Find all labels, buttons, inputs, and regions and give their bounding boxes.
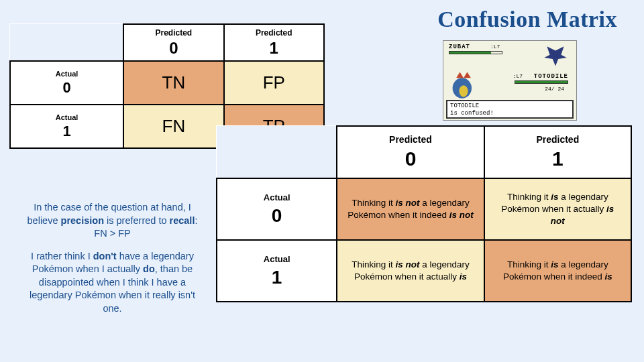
page-title: Confusion Matrix	[437, 7, 617, 32]
cell-fn-desc: Thinking it is not a legendary Pokémon w…	[337, 240, 484, 302]
cell-tn-desc: Thinking it is not a legendary Pokémon w…	[337, 178, 484, 240]
totodile-icon	[449, 68, 478, 100]
pokemon-battle-illustration: ZUBAT :L7 :L7 TOTODILE 24/ 24 TOTODILE i…	[443, 40, 577, 121]
explain-para-1: In the case of the question at hand, I b…	[20, 201, 205, 241]
own-hp-bar	[515, 80, 568, 84]
cell-tp-desc: Thinking it is a legendary Pokémon when …	[484, 240, 631, 302]
battle-msg-line2: is confused!	[450, 110, 494, 117]
zubat-icon	[541, 44, 570, 72]
blank-cell	[10, 24, 123, 61]
explain-para-2: I rather think I don't have a legendary …	[20, 250, 205, 316]
confusion-matrix-described: Predicted 0 Predicted 1 Actual 0 Thinkin…	[216, 125, 632, 302]
own-name: TOTODILE	[534, 73, 568, 80]
header-predicted-1: Predicted 1	[224, 24, 324, 61]
battle-message: TOTODILE is confused!	[446, 100, 574, 119]
enemy-hp-bar	[449, 51, 502, 54]
enemy-level: :L7	[490, 44, 500, 50]
explanation-text: In the case of the question at hand, I b…	[20, 201, 205, 325]
enemy-name: ZUBAT	[449, 44, 470, 50]
header-predicted-1-big: Predicted 1	[484, 126, 631, 178]
header-predicted-0-big: Predicted 0	[337, 126, 484, 178]
cell-fn: FN	[123, 105, 223, 148]
header-actual-0-big: Actual 0	[217, 178, 337, 240]
header-predicted-0: Predicted 0	[123, 24, 223, 61]
header-actual-1: Actual 1	[10, 105, 123, 148]
cell-fp: FP	[224, 61, 324, 105]
header-actual-0: Actual 0	[10, 61, 123, 105]
own-level: :L7	[513, 73, 523, 79]
svg-point-1	[459, 85, 468, 97]
blank-cell	[217, 126, 337, 178]
cell-fp-desc: Thinking it is a legendary Pokémon when …	[484, 178, 631, 240]
header-actual-1-big: Actual 1	[217, 240, 337, 302]
cell-tn: TN	[123, 61, 223, 105]
battle-msg-line1: TOTODILE	[450, 103, 479, 109]
own-hp-text: 24/ 24	[545, 86, 564, 92]
